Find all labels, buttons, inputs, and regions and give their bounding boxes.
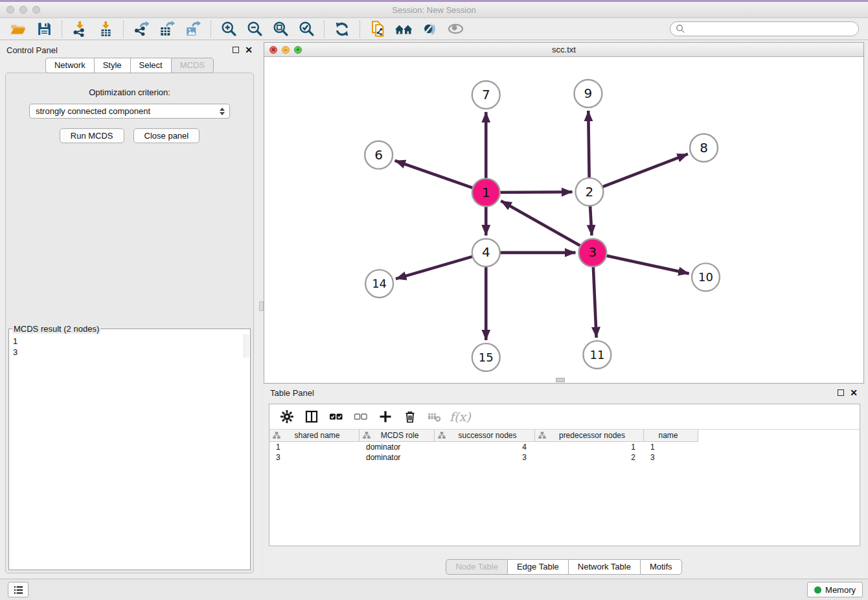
node-4[interactable]: 4 — [472, 238, 500, 266]
fit-content-button[interactable] — [271, 19, 290, 39]
network-view-window: ✕ − + scc.txt 1234678910111415 — [264, 42, 864, 384]
float-table-panel-icon[interactable] — [838, 389, 844, 396]
column-hierarchy-icon — [538, 432, 546, 439]
cell-name[interactable]: 3 — [644, 452, 698, 463]
node-15[interactable]: 15 — [472, 343, 500, 371]
node-1[interactable]: 1 — [472, 179, 500, 207]
add-row-button[interactable] — [376, 407, 395, 426]
node-11[interactable]: 11 — [583, 341, 611, 369]
save-session-button[interactable] — [34, 19, 54, 39]
tab-style[interactable]: Style — [94, 58, 130, 73]
cell-name[interactable]: 1 — [644, 442, 698, 452]
split-divider[interactable] — [259, 40, 264, 579]
plus-icon — [378, 410, 393, 424]
cell-shared-name[interactable]: 3 — [269, 452, 360, 463]
svg-text:8: 8 — [700, 140, 708, 156]
tab-network[interactable]: Network — [45, 58, 94, 73]
selected-criterion: strongly connected component — [36, 106, 218, 116]
mcds-result-box: MCDS result (2 nodes) 13 — [8, 324, 251, 570]
table-row[interactable]: 3dominator323 — [269, 452, 860, 463]
show-columns-button[interactable] — [302, 407, 321, 426]
node-3[interactable]: 3 — [578, 238, 606, 266]
node-9[interactable]: 9 — [574, 80, 602, 108]
column-header-mcds-role[interactable]: MCDS role — [360, 430, 435, 442]
cell-predecessor-nodes[interactable]: 2 — [535, 452, 644, 463]
network-from-selection-button[interactable] — [368, 19, 387, 39]
zoom-selected-icon — [298, 20, 315, 38]
close-panel-button[interactable]: Close panel — [133, 128, 200, 143]
zoom-out-button[interactable] — [245, 19, 264, 39]
search-box[interactable] — [670, 21, 859, 36]
refresh-view-button[interactable] — [332, 19, 352, 39]
cell-predecessor-nodes[interactable]: 1 — [535, 442, 644, 452]
memory-button[interactable]: Memory — [807, 582, 863, 597]
show-graphics-details-button[interactable] — [420, 19, 439, 39]
column-header-shared-name[interactable]: shared name — [269, 430, 360, 442]
node-10[interactable]: 10 — [692, 263, 720, 291]
close-panel-icon[interactable]: ✕ — [245, 47, 253, 53]
tab-select[interactable]: Select — [130, 58, 171, 73]
toolbar-separator — [211, 21, 211, 38]
save-floppy-icon — [36, 21, 52, 37]
table-settings-button[interactable] — [277, 407, 297, 426]
network-window-titlebar[interactable]: ✕ − + scc.txt — [264, 43, 863, 57]
float-panel-icon[interactable] — [233, 47, 239, 53]
export-table-button[interactable] — [157, 19, 177, 39]
unchecked-boxes-icon — [353, 410, 369, 424]
task-history-button[interactable] — [8, 582, 29, 597]
export-image-button[interactable] — [183, 19, 203, 39]
import-network-button[interactable] — [70, 19, 89, 39]
canvas-hscroll-thumb[interactable] — [556, 378, 565, 382]
cell-successor-nodes[interactable]: 3 — [435, 452, 535, 463]
delete-table-button[interactable] — [425, 407, 444, 426]
table-row[interactable]: 1dominator411 — [269, 442, 860, 452]
run-mcds-button[interactable]: Run MCDS — [60, 128, 124, 143]
search-icon — [676, 24, 685, 34]
network-canvas[interactable]: 1234678910111415 — [264, 57, 863, 383]
edge-3-10[interactable] — [593, 253, 689, 273]
open-file-button[interactable] — [8, 19, 28, 39]
zoom-in-button[interactable] — [219, 19, 238, 39]
tab-edge-table[interactable]: Edge Table — [507, 559, 568, 575]
cell-shared-name[interactable]: 1 — [269, 442, 360, 452]
import-table-button[interactable] — [96, 19, 115, 39]
edge-3-1[interactable] — [501, 201, 593, 253]
result-line: 1 — [13, 336, 246, 347]
node-14[interactable]: 14 — [365, 270, 393, 297]
export-network-button[interactable] — [131, 19, 151, 39]
hide-graphics-details-button[interactable] — [446, 19, 465, 39]
close-table-panel-icon[interactable]: ✕ — [850, 389, 858, 396]
node-6[interactable]: 6 — [365, 141, 393, 169]
svg-text:9: 9 — [584, 86, 593, 101]
delete-rows-button[interactable] — [400, 407, 420, 426]
tab-node-table[interactable]: Node Table — [446, 559, 507, 575]
optimization-criterion-select[interactable]: strongly connected component — [29, 104, 230, 119]
network-graph[interactable]: 1234678910111415 — [264, 57, 863, 383]
result-scrollbar[interactable] — [244, 334, 249, 358]
node-8[interactable]: 8 — [690, 134, 718, 162]
memory-label: Memory — [825, 585, 856, 595]
cell-successor-nodes[interactable]: 4 — [435, 442, 535, 452]
tab-motifs[interactable]: Motifs — [640, 559, 682, 575]
unselect-all-columns-button[interactable] — [351, 407, 371, 426]
column-header-name[interactable]: name — [644, 430, 698, 442]
tab-mcds[interactable]: MCDS — [171, 58, 214, 73]
zoom-selected-button[interactable] — [297, 19, 316, 39]
apply-function-button[interactable]: f(x) — [450, 407, 471, 426]
import-network-icon — [71, 21, 88, 38]
column-header-successor-nodes[interactable]: successor nodes — [435, 430, 535, 442]
select-all-columns-button[interactable] — [326, 407, 346, 426]
edge-2-8[interactable] — [589, 154, 688, 192]
search-input[interactable] — [688, 24, 853, 34]
divider-handle[interactable] — [259, 301, 264, 311]
cell-mcds-role[interactable]: dominator — [360, 442, 435, 452]
column-header-predecessor-nodes[interactable]: predecessor nodes — [535, 430, 644, 442]
node-7[interactable]: 7 — [472, 81, 500, 109]
select-stepper-icon — [218, 108, 226, 115]
svg-text:14: 14 — [372, 277, 387, 290]
node-2[interactable]: 2 — [575, 178, 603, 206]
tab-network-table[interactable]: Network Table — [568, 559, 640, 575]
table-rows: 1dominator4113dominator323 — [269, 442, 860, 463]
first-neighbors-button[interactable] — [394, 19, 413, 39]
cell-mcds-role[interactable]: dominator — [360, 452, 435, 463]
